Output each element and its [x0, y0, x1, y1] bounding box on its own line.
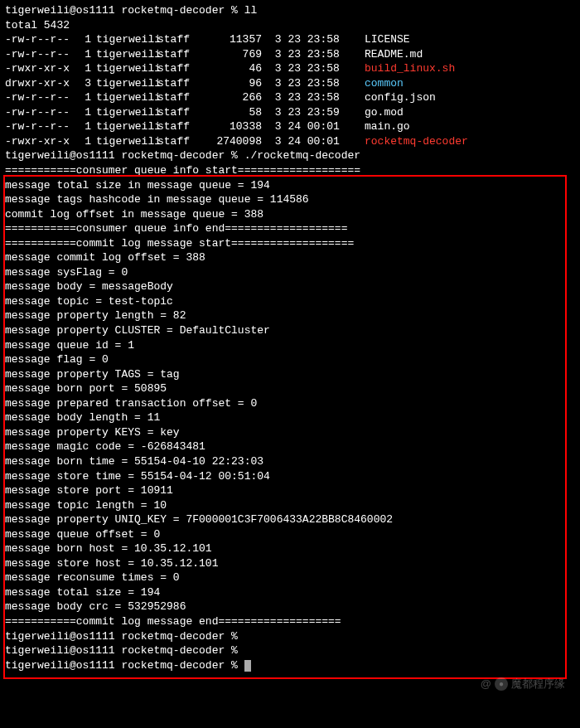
output-line: message topic length = 10 [5, 498, 575, 513]
output-line: message property CLUSTER = DefaultCluste… [5, 323, 575, 338]
total-line: total 5432 [5, 18, 575, 33]
output-line: message property UNIQ_KEY = 7F000001C3F7… [5, 512, 575, 527]
file-name: go.mod [361, 105, 404, 120]
output-line: message property TAGS = tag [5, 367, 575, 382]
output-line: message body crc = 532952986 [5, 599, 575, 614]
output-line: commit log offset in message queue = 388 [5, 207, 575, 222]
watermark: @ ● 魔都程序缘 [481, 677, 565, 692]
file-name: rocketmq-decoder [361, 134, 468, 149]
cursor [244, 660, 251, 672]
file-row: -rw-r--r--1tigerweilistaff58 3 23 23:59g… [5, 105, 575, 120]
output-line: message property length = 82 [5, 308, 575, 323]
output-line: message store time = 55154-04-12 00:51:0… [5, 469, 575, 484]
file-name: LICENSE [361, 32, 410, 47]
file-name: config.json [361, 90, 436, 105]
file-row: -rw-r--r--1tigerweilistaff769 3 23 23:58… [5, 47, 575, 62]
output-line: message commit log offset = 388 [5, 250, 575, 265]
output-line: message store port = 10911 [5, 483, 575, 498]
file-name: main.go [361, 119, 410, 134]
file-name: common [361, 76, 404, 91]
output-line: message magic code = -626843481 [5, 439, 575, 454]
prompt-line[interactable]: tigerweili@os1111 rocketmq-decoder % [5, 658, 575, 673]
output-line: message topic = test-topic [5, 294, 575, 309]
output-line: message flag = 0 [5, 352, 575, 367]
file-row: -rw-r--r--1tigerweilistaff266 3 23 23:58… [5, 90, 575, 105]
output-line: message reconsume times = 0 [5, 570, 575, 585]
output-line: message sysFlag = 0 [5, 265, 575, 280]
output-line: ===========commit log message end=======… [5, 614, 575, 629]
output-line: message born port = 50895 [5, 381, 575, 396]
output-line: message property KEYS = key [5, 425, 575, 440]
wechat-icon: ● [495, 677, 508, 691]
file-row: drwxr-xr-x3tigerweilistaff96 3 23 23:58c… [5, 76, 575, 91]
program-output: ===========consumer queue info start====… [5, 163, 575, 629]
output-line: message total size in message queue = 19… [5, 178, 575, 193]
file-row: -rwxr-xr-x1tigerweilistaff2740098 3 24 0… [5, 134, 575, 149]
file-listing: -rw-r--r--1tigerweilistaff11357 3 23 23:… [5, 32, 575, 148]
output-line: message store host = 10.35.12.101 [5, 556, 575, 571]
output-line: message born host = 10.35.12.101 [5, 541, 575, 556]
prompt-line[interactable]: tigerweili@os1111 rocketmq-decoder % ./r… [5, 148, 575, 163]
prompt-line[interactable]: tigerweili@os1111 rocketmq-decoder % [5, 643, 575, 658]
output-line: ===========consumer queue info start====… [5, 163, 575, 178]
output-line: message total size = 194 [5, 585, 575, 600]
file-name: README.md [361, 47, 423, 62]
output-line: message queue id = 1 [5, 338, 575, 353]
file-row: -rw-r--r--1tigerweilistaff10338 3 24 00:… [5, 119, 575, 134]
terminal-output: tigerweili@os1111 rocketmq-decoder % ll … [5, 3, 575, 672]
output-line: message born time = 55154-04-10 22:23:03 [5, 454, 575, 469]
output-line: message queue offset = 0 [5, 527, 575, 542]
output-line: message tags hashcode in message queue =… [5, 192, 575, 207]
output-line: message body = messageBody [5, 279, 575, 294]
output-line: message body length = 11 [5, 410, 575, 425]
output-line: ===========commit log message start=====… [5, 236, 575, 251]
prompt-line[interactable]: tigerweili@os1111 rocketmq-decoder % ll [5, 3, 575, 18]
output-line: message prepared transaction offset = 0 [5, 396, 575, 411]
file-row: -rw-r--r--1tigerweilistaff11357 3 23 23:… [5, 32, 575, 47]
output-line: ===========consumer queue info end======… [5, 221, 575, 236]
file-row: -rwxr-xr-x1tigerweilistaff46 3 23 23:58b… [5, 61, 575, 76]
file-name: build_linux.sh [361, 61, 455, 76]
prompt-line[interactable]: tigerweili@os1111 rocketmq-decoder % [5, 629, 575, 644]
